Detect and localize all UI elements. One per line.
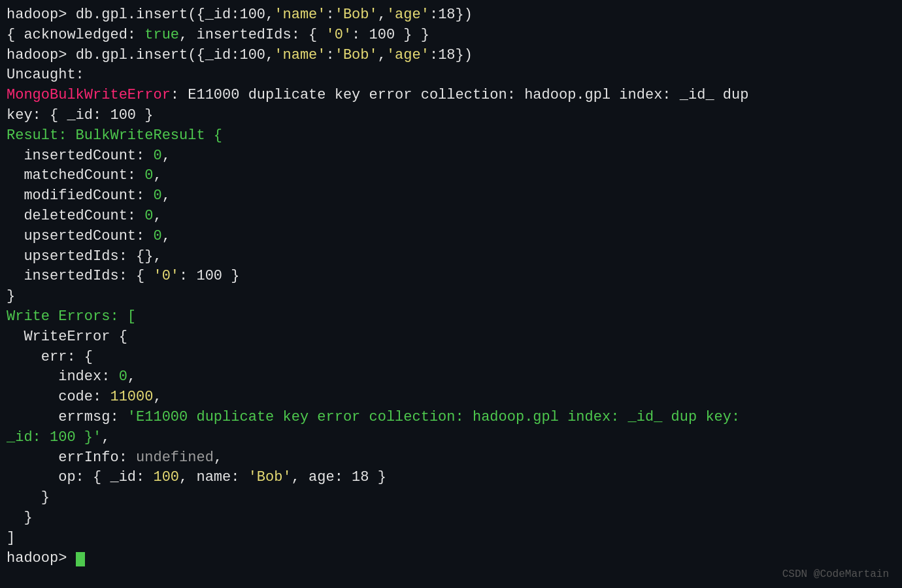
terminal-text-span: db.gpl.insert({_id:100,: [76, 7, 275, 23]
terminal-line: MongoBulkWriteError: E11000 duplicate ke…: [7, 86, 895, 106]
terminal-text-span: 'age': [386, 47, 429, 63]
terminal-text-span: insertedCount:: [7, 148, 153, 164]
terminal-text-span: 'age': [386, 7, 429, 23]
terminal-text-span: hadoop>: [7, 550, 76, 566]
terminal-text-span: :: [326, 47, 335, 63]
terminal-text-span: modifiedCount:: [7, 188, 153, 204]
terminal-text-span: :18}): [429, 47, 473, 63]
terminal-line: insertedCount: 0,: [7, 146, 895, 167]
terminal-line: errInfo: undefined,: [7, 448, 895, 468]
terminal-text-span: , insertedIds: {: [179, 27, 326, 43]
terminal-text-span: key: { _id: 100 }: [7, 107, 153, 123]
terminal-line: WriteError {: [7, 327, 895, 348]
terminal-text-span: Uncaught:: [7, 67, 84, 83]
terminal-text-span: WriteError {: [7, 329, 127, 345]
terminal-text-span: : E11000 duplicate key error collection:…: [171, 87, 749, 103]
terminal-output: hadoop> db.gpl.insert({_id:100,'name':'B…: [7, 5, 895, 568]
terminal-text-span: hadoop>: [7, 47, 76, 63]
terminal-text-span: ,: [127, 368, 136, 385]
terminal-text-span: hadoop>: [7, 7, 76, 23]
terminal-text-span: upsertedCount:: [7, 228, 153, 244]
terminal-text-span: 'Bob': [335, 47, 378, 63]
terminal-text-span: errmsg:: [7, 409, 127, 425]
terminal-line: { acknowledged: true, insertedIds: { '0'…: [7, 25, 895, 46]
terminal-text-span: insertedIds: {: [7, 268, 153, 284]
terminal-text-span: 0: [119, 368, 127, 385]
terminal-text-span: ,: [162, 228, 171, 244]
terminal-text-span: 'name': [274, 7, 326, 23]
terminal-text-span: 0: [153, 148, 161, 164]
terminal-text-span: 'E11000 duplicate key error collection: …: [127, 409, 740, 425]
terminal-line: insertedIds: { '0': 100 }: [7, 267, 895, 287]
terminal-text-span: db.gpl.insert({_id:100,: [76, 47, 275, 63]
terminal-text-span: }: [7, 510, 33, 526]
terminal-line: ]: [7, 529, 895, 549]
terminal-line: }: [7, 287, 895, 307]
terminal-text-span: 0: [144, 167, 153, 184]
terminal-text-span: deletedCount:: [7, 208, 144, 224]
terminal-text-span: 0: [144, 208, 153, 224]
terminal-text-span: ]: [7, 530, 15, 546]
terminal-line: _id: 100 }',: [7, 428, 895, 448]
terminal-text-span: ,: [153, 167, 161, 184]
terminal-text-span: '0': [326, 27, 352, 43]
terminal-line: }: [7, 488, 895, 508]
terminal-text-span: }: [7, 489, 50, 506]
terminal: hadoop> db.gpl.insert({_id:100,'name':'B…: [0, 0, 902, 588]
terminal-text-span: upsertedIds: {},: [7, 248, 162, 265]
terminal-line: hadoop>: [7, 549, 895, 569]
terminal-line: }: [7, 508, 895, 529]
terminal-text-span: :18}): [429, 7, 473, 23]
terminal-line: hadoop> db.gpl.insert({_id:100,'name':'B…: [7, 46, 895, 66]
terminal-text-span: ,: [378, 47, 386, 63]
terminal-text-span: 'Bob': [248, 469, 292, 485]
terminal-line: upsertedIds: {},: [7, 247, 895, 267]
terminal-line: Uncaught:: [7, 65, 895, 86]
terminal-text-span: code:: [7, 389, 110, 405]
terminal-text-span: '0': [153, 268, 179, 284]
terminal-text-span: { acknowledged:: [7, 27, 144, 43]
terminal-text-span: index:: [7, 368, 119, 385]
terminal-line: op: { _id: 100, name: 'Bob', age: 18 }: [7, 468, 895, 488]
terminal-text-span: ,: [162, 148, 171, 164]
terminal-cursor: [76, 552, 85, 566]
terminal-text-span: ,: [101, 429, 110, 446]
terminal-text-span: op: { _id:: [7, 469, 153, 485]
terminal-line: matchedCount: 0,: [7, 166, 895, 186]
terminal-text-span: 'Bob': [335, 7, 378, 23]
terminal-text-span: : 100 } }: [352, 27, 429, 43]
terminal-line: hadoop> db.gpl.insert({_id:100,'name':'B…: [7, 5, 895, 25]
terminal-line: Result: BulkWriteResult {: [7, 126, 895, 146]
terminal-text-span: :: [326, 7, 335, 23]
terminal-text-span: 11000: [110, 389, 153, 405]
terminal-text-span: ,: [214, 449, 222, 466]
terminal-text-span: Write Errors: [: [7, 308, 136, 325]
terminal-text-span: : 100 }: [179, 268, 239, 284]
terminal-text-span: 0: [153, 188, 161, 204]
terminal-text-span: 0: [153, 228, 161, 244]
terminal-text-span: matchedCount:: [7, 167, 144, 184]
terminal-text-span: , age: 18 }: [292, 469, 386, 485]
terminal-line: errmsg: 'E11000 duplicate key error coll…: [7, 408, 895, 428]
terminal-line: key: { _id: 100 }: [7, 106, 895, 126]
terminal-text-span: , name:: [179, 469, 248, 485]
terminal-text-span: 'name': [274, 47, 326, 63]
terminal-text-span: true: [144, 27, 179, 43]
terminal-text-span: errInfo:: [7, 449, 136, 466]
terminal-text-span: ,: [378, 7, 386, 23]
terminal-line: Write Errors: [: [7, 307, 895, 327]
terminal-text-span: ,: [153, 389, 161, 405]
terminal-line: modifiedCount: 0,: [7, 186, 895, 206]
terminal-text-span: err: {: [7, 349, 93, 365]
terminal-text-span: ,: [153, 208, 161, 224]
terminal-text-span: }: [7, 288, 15, 304]
terminal-text-span: undefined: [136, 449, 214, 466]
terminal-text-span: ,: [162, 188, 171, 204]
terminal-line: index: 0,: [7, 367, 895, 387]
terminal-line: deletedCount: 0,: [7, 206, 895, 227]
terminal-line: upsertedCount: 0,: [7, 227, 895, 247]
terminal-text-span: Result: BulkWriteResult {: [7, 127, 222, 144]
terminal-text-span: _id: 100 }': [7, 429, 101, 446]
terminal-text-span: MongoBulkWriteError: [7, 87, 171, 103]
watermark: CSDN @CodeMartain: [782, 567, 889, 581]
